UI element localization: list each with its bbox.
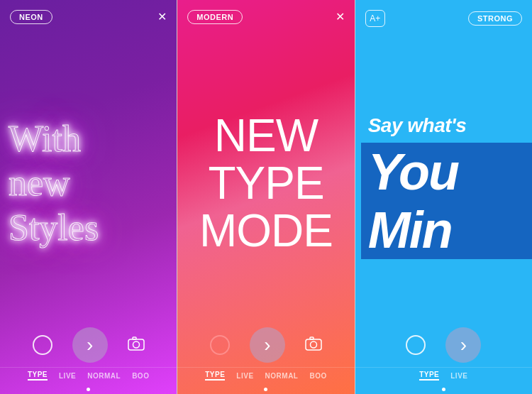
strong-main-content: Say what's You Min <box>355 13 532 319</box>
modern-tab-normal[interactable]: NORMAL <box>265 372 299 380</box>
neon-tab-normal[interactable]: NORMAL <box>87 372 121 380</box>
strong-highlight-text: You <box>361 143 532 201</box>
strong-panel: A+ STRONG Say what's You Min › TYPE LIVE <box>355 0 532 394</box>
strong-text-size-icon[interactable]: A+ <box>365 10 385 27</box>
modern-bottom-indicator <box>264 388 267 391</box>
neon-color-dot[interactable] <box>33 335 52 355</box>
modern-top-bar: MODERN ✕ <box>177 10 354 24</box>
modern-tab-live[interactable]: LIVE <box>236 372 253 380</box>
text-size-label: A+ <box>370 13 380 23</box>
strong-badge[interactable]: STRONG <box>468 11 522 26</box>
modern-camera-button[interactable] <box>305 336 322 354</box>
strong-arrow-icon: › <box>460 334 467 356</box>
modern-main-content: NEWTYPEMODE <box>177 13 354 319</box>
neon-arrow-button[interactable]: › <box>72 327 108 363</box>
neon-arrow-icon: › <box>87 334 93 356</box>
svg-rect-2 <box>133 337 136 339</box>
strong-arrow-button[interactable]: › <box>445 327 481 363</box>
modern-color-dot[interactable] <box>210 335 230 355</box>
modern-text-display: NEWTYPEMODE <box>199 112 333 256</box>
strong-tab-live[interactable]: LIVE <box>450 372 467 380</box>
neon-top-bar: NEON ✕ <box>0 10 177 24</box>
modern-badge[interactable]: MODERN <box>187 10 243 24</box>
svg-point-4 <box>310 341 316 348</box>
modern-bottom-area: › TYPE LIVE NORMAL BOO <box>177 319 354 394</box>
modern-close-button[interactable]: ✕ <box>336 11 345 23</box>
strong-controls: › <box>355 319 532 367</box>
strong-bottom-area: › TYPE LIVE <box>355 319 532 394</box>
neon-text-display: Withnew Styles <box>0 110 177 257</box>
neon-tab-live[interactable]: LIVE <box>59 372 76 380</box>
strong-tab-type[interactable]: TYPE <box>419 371 439 381</box>
modern-nav-tabs: TYPE LIVE NORMAL BOO <box>177 367 354 386</box>
neon-bottom-indicator <box>87 388 90 391</box>
neon-tab-type[interactable]: TYPE <box>28 371 48 381</box>
strong-bottom-indicator <box>442 388 445 391</box>
neon-nav-tabs: TYPE LIVE NORMAL BOO <box>0 367 177 386</box>
neon-close-button[interactable]: ✕ <box>157 11 167 23</box>
neon-camera-button[interactable] <box>128 336 145 354</box>
svg-point-1 <box>133 341 139 348</box>
modern-tab-boo[interactable]: BOO <box>309 372 326 380</box>
neon-controls: › <box>0 319 177 367</box>
modern-controls: › <box>177 319 354 367</box>
strong-top-bar: A+ STRONG <box>355 10 532 27</box>
strong-color-dot[interactable] <box>406 335 426 355</box>
neon-bottom-area: › TYPE LIVE NORMAL BOO <box>0 319 177 394</box>
modern-panel: MODERN ✕ NEWTYPEMODE › TYPE LIVE NORMAL <box>177 0 354 394</box>
svg-rect-5 <box>310 337 314 339</box>
neon-panel: NEON ✕ Withnew Styles › TYPE LIVE NORMAL <box>0 0 177 394</box>
modern-arrow-button[interactable]: › <box>250 327 285 363</box>
strong-say-text: Say what's <box>361 109 474 143</box>
neon-main-content: Withnew Styles <box>0 13 177 319</box>
modern-arrow-icon: › <box>264 334 270 356</box>
strong-highlight-text-2: Min <box>361 201 532 259</box>
neon-tab-boo[interactable]: BOO <box>132 372 149 380</box>
strong-nav-tabs: TYPE LIVE <box>355 367 532 386</box>
modern-tab-type[interactable]: TYPE <box>205 371 225 381</box>
neon-badge[interactable]: NEON <box>10 10 52 24</box>
